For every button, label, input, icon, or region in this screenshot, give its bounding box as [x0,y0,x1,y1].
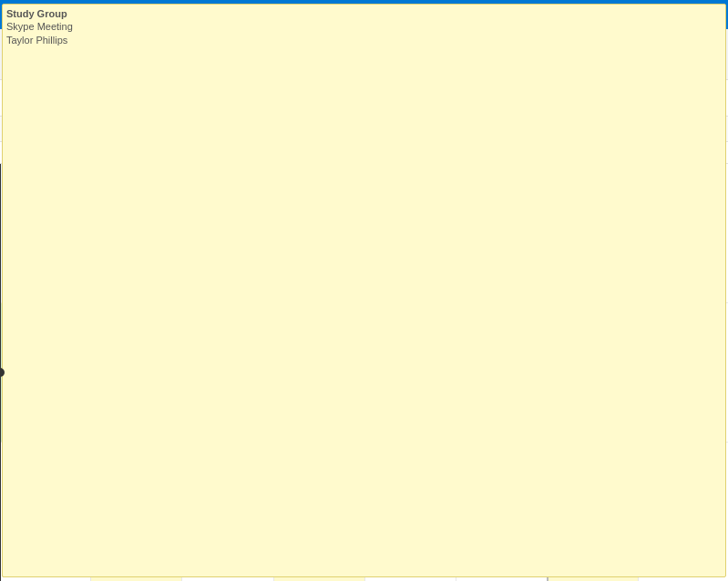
event-subtitle: Skype Meeting [6,20,722,33]
event-person: Taylor Phillips [6,34,722,46]
right-col-8am-r3: Study Group Skype Meeting Taylor Phillip… [549,443,639,581]
right-row-3: Study Group Skype Meeting Taylor Phillip… [549,443,728,581]
study-group-event[interactable]: Study Group Skype Meeting Taylor Phillip… [2,4,726,577]
right-grid: Study Group Skype Meeting Taylor Phillip… [547,164,728,581]
calendar-body: Budget Meeting Skype Meeting Gardening W… [0,164,728,581]
current-time-line [0,164,1,581]
event-title: Study Group [6,7,722,20]
